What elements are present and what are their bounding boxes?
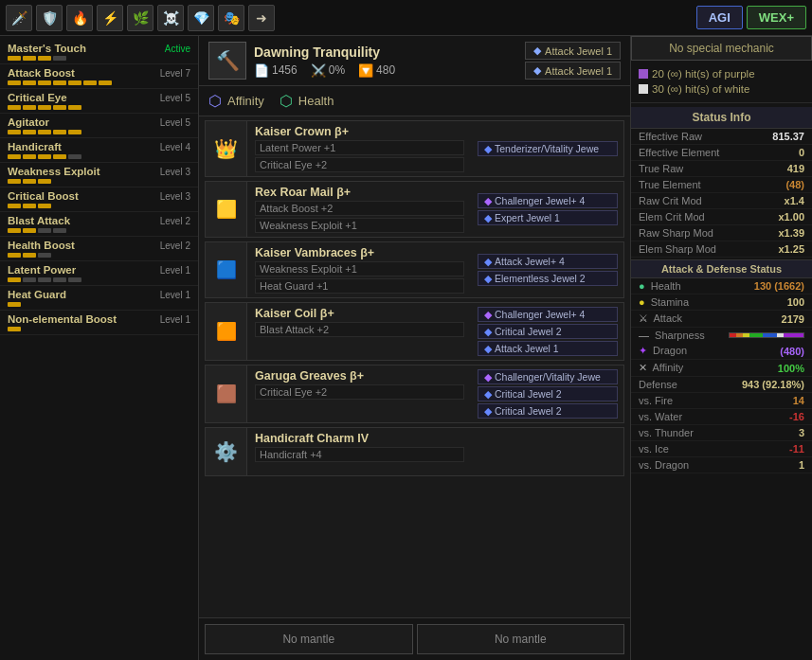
armor-head[interactable]: 👑 Kaiser Crown β+ Latent Power +1 Critic… — [205, 120, 624, 177]
affinity-hex-icon: ⬡ — [208, 92, 222, 110]
special-mechanic-button[interactable]: No special mechanic — [631, 36, 812, 61]
weapon-attack-value: 1456 — [272, 63, 298, 77]
nav-icon-mask[interactable]: 🎭 — [218, 5, 244, 31]
true-raw-label: True Raw — [639, 163, 683, 174]
skill-non-elemental-boost[interactable]: Non-elemental Boost Level 1 — [0, 311, 198, 335]
skill-heat-guard[interactable]: Heat Guard Level 1 — [0, 286, 198, 311]
armor-legs-jewel-1[interactable]: ◆ Challenger/Vitality Jewe — [478, 369, 618, 384]
armor-arms-skill-1: Weakness Exploit +1 — [255, 261, 464, 276]
armor-chest-jewel-2[interactable]: ◆ Expert Jewel 1 — [478, 210, 618, 225]
armor-chest-name: Rex Roar Mail β+ — [255, 186, 464, 199]
jewel-icon: ◆ — [484, 273, 492, 284]
skill-critical-eye[interactable]: Critical Eye Level 5 — [0, 89, 198, 114]
water-label: vs. Water — [639, 411, 682, 422]
sharp-white — [777, 333, 784, 337]
skill-critical-boost[interactable]: Critical Boost Level 3 — [0, 187, 198, 212]
armor-waist-jewel-1[interactable]: ◆ Challenger Jewel+ 4 — [478, 307, 618, 322]
true-raw-row: True Raw 419 — [631, 161, 812, 177]
armor-head-jewels: ◆ Tenderizer/Vitality Jewe — [472, 121, 623, 176]
skill-weakness-exploit[interactable]: Weakness Exploit Level 3 — [0, 163, 198, 187]
armor-arms-details: Kaiser Vambraces β+ Weakness Exploit +1 … — [247, 242, 472, 297]
bar-pip — [23, 253, 36, 258]
armor-legs[interactable]: 🟫 Garuga Greaves β+ Critical Eye +2 ◆ Ch… — [205, 365, 624, 423]
armor-waist-jewel-2[interactable]: ◆ Critical Jewel 2 — [478, 324, 618, 339]
raw-sharp-mod-value: x1.39 — [778, 227, 804, 239]
dragon-res-label: vs. Dragon — [639, 459, 689, 471]
armor-arms-icon: 🟦 — [206, 242, 247, 297]
raw-crit-mod-value: x1.4 — [785, 195, 804, 206]
bar-pip — [23, 105, 36, 110]
armor-charm-skill-1: Handicraft +4 — [255, 447, 464, 462]
stamina-row: ● Stamina 100 — [631, 294, 812, 311]
elem-crit-mod-label: Elem Crit Mod — [639, 211, 705, 223]
armor-legs-jewel-3[interactable]: ◆ Critical Jewel 2 — [478, 403, 618, 419]
armor-chest-jewel-1[interactable]: ◆ Challenger Jewel+ 4 — [478, 193, 618, 208]
health-aug-label: Health — [298, 94, 334, 108]
bar-pip — [38, 105, 51, 110]
armor-legs-name: Garuga Greaves β+ — [255, 369, 464, 383]
weapon-section: 🔨 Dawning Tranquility 📄 1456 ⚔️ 0% — [199, 36, 630, 86]
armor-charm[interactable]: ⚙️ Handicraft Charm IV Handicraft +4 — [205, 427, 624, 476]
skill-latent-power[interactable]: Latent Power Level 1 — [0, 261, 198, 286]
skill-handicraft[interactable]: Handicraft Level 4 — [0, 138, 198, 163]
skill-attack-boost[interactable]: Attack Boost Level 7 — [0, 64, 198, 89]
raw-sharp-mod-label: Raw Sharp Mod — [639, 227, 713, 239]
true-element-label: True Element — [639, 179, 701, 190]
weapon-jewel-2[interactable]: ◆ Attack Jewel 1 — [525, 62, 621, 80]
attack-label: ⚔ Attack — [639, 312, 682, 325]
mantle-slot-1[interactable]: No mantle — [205, 624, 413, 654]
weapon-attack-stat: 📄 1456 — [254, 63, 298, 78]
bar-pip — [53, 154, 66, 159]
raw-crit-mod-row: Raw Crit Mod x1.4 — [631, 193, 812, 209]
armor-waist[interactable]: 🟧 Kaiser Coil β+ Blast Attack +2 ◆ Chall… — [205, 302, 624, 361]
nav-icon-shield[interactable]: 🛡️ — [36, 5, 63, 31]
agi-button[interactable]: AGI — [696, 6, 743, 29]
bar-pip — [8, 228, 21, 233]
jewel-icon: ◆ — [484, 143, 492, 154]
armor-arms-jewel-2[interactable]: ◆ Elementless Jewel 2 — [478, 271, 618, 286]
armor-head-jewel-1[interactable]: ◆ Tenderizer/Vitality Jewe — [478, 141, 618, 156]
bar-pip — [53, 80, 66, 85]
nav-icon-arrows[interactable]: ➜ — [248, 5, 275, 31]
armor-charm-icon: ⚙️ — [206, 428, 247, 475]
skill-health-boost[interactable]: Health Boost Level 2 — [0, 237, 198, 261]
status-header: Status Info — [631, 107, 812, 129]
armor-chest[interactable]: 🟨 Rex Roar Mail β+ Attack Boost +2 Weakn… — [205, 181, 624, 238]
nav-icon-skull[interactable]: ☠️ — [157, 5, 184, 31]
bar-pip — [38, 253, 51, 258]
armor-head-skill-1: Latent Power +1 — [255, 140, 464, 155]
hits-info: 20 (∞) hit(s) of purple 30 (∞) hit(s) of… — [631, 61, 812, 103]
bar-pip — [23, 56, 36, 61]
effective-element-row: Effective Element 0 — [631, 145, 812, 161]
skill-masters-touch[interactable]: Master's Touch Active — [0, 40, 198, 64]
wex-button[interactable]: WEX+ — [747, 6, 806, 29]
bar-pip — [8, 302, 21, 307]
armor-waist-icon: 🟧 — [206, 303, 247, 360]
weapon-name: Dawning Tranquility — [254, 45, 517, 60]
armor-legs-jewels: ◆ Challenger/Vitality Jewe ◆ Critical Je… — [472, 366, 623, 422]
armor-waist-jewel-3[interactable]: ◆ Attack Jewel 1 — [478, 341, 618, 356]
weapon-element-value: 480 — [376, 63, 395, 77]
skill-blast-attack[interactable]: Blast Attack Level 2 — [0, 212, 198, 237]
weapon-stats: 📄 1456 ⚔️ 0% 🔽 480 — [254, 63, 517, 78]
water-row: vs. Water -16 — [631, 409, 812, 425]
armor-arms[interactable]: 🟦 Kaiser Vambraces β+ Weakness Exploit +… — [205, 241, 624, 298]
nav-icon-gem[interactable]: 💎 — [188, 5, 214, 31]
nav-icon-leaf[interactable]: 🌿 — [127, 5, 153, 31]
weapon-jewel-1[interactable]: ◆ Attack Jewel 1 — [525, 42, 621, 60]
mantle-slot-2[interactable]: No mantle — [417, 624, 625, 654]
armor-head-details: Kaiser Crown β+ Latent Power +1 Critical… — [247, 121, 472, 176]
nav-icon-sword[interactable]: 🗡️ — [6, 5, 32, 31]
elem-crit-mod-value: x1.00 — [778, 211, 804, 223]
nav-icon-thunder[interactable]: ⚡ — [97, 5, 123, 31]
nav-icon-fire[interactable]: 🔥 — [66, 5, 93, 31]
skill-agitator[interactable]: Agitator Level 5 — [0, 114, 198, 138]
weapon-affinity-stat: ⚔️ 0% — [311, 63, 345, 78]
bar-pip — [8, 154, 21, 159]
bar-pip — [23, 179, 36, 184]
fire-label: vs. Fire — [639, 395, 673, 406]
armor-arms-jewel-1[interactable]: ◆ Attack Jewel+ 4 — [478, 254, 618, 269]
purple-swatch — [639, 69, 648, 79]
armor-legs-jewel-2[interactable]: ◆ Critical Jewel 2 — [478, 386, 618, 401]
augment-section: ⬡ Affinity ⬡ Health — [199, 86, 630, 116]
